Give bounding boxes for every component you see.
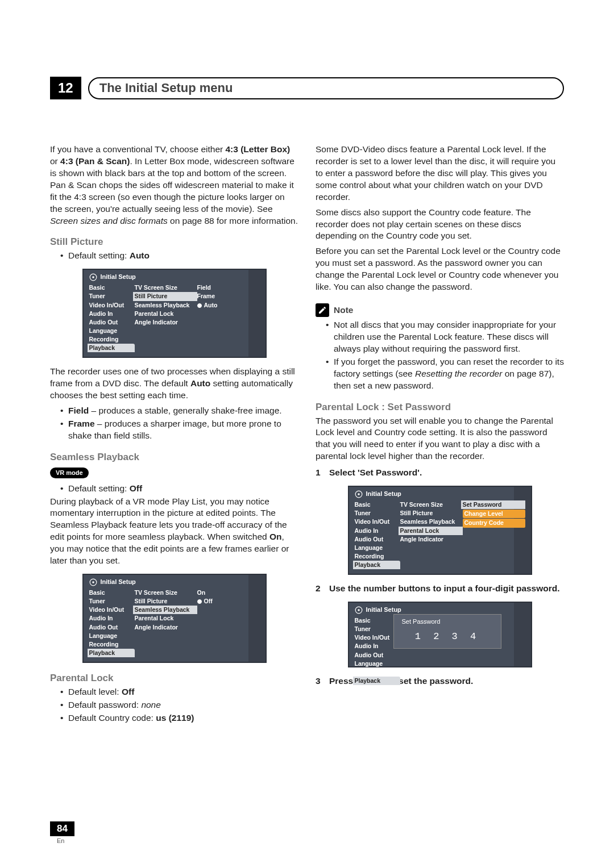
manual-page: 12 The Initial Setup menu If you have a … [0, 0, 614, 868]
chapter-number-badge: 12 [50, 77, 81, 99]
content-columns: If you have a conventional TV, choose ei… [50, 144, 564, 725]
step-2: 2 Use the number buttons to input a four… [316, 583, 564, 595]
still-desc: The recorder uses one of two processes w… [50, 366, 298, 402]
chapter-header: 12 The Initial Setup menu [50, 77, 564, 99]
vr-mode-badge: VR mode [50, 468, 89, 478]
osd-still-picture: Initial Setup Basic Tuner Video In/Out A… [82, 269, 267, 358]
note-heading: Note [316, 303, 564, 317]
seamless-heading: Seamless Playback [50, 451, 298, 464]
intro-paragraph: If you have a conventional TV, choose ei… [50, 144, 298, 227]
still-bullet-field: • Field – produces a stable, generally s… [50, 405, 298, 417]
svg-point-3 [92, 581, 94, 583]
seamless-default: • Default setting: Off [50, 483, 298, 495]
osd-seamless: Initial Setup Basic Tuner Video In/Out A… [82, 574, 267, 663]
seamless-desc: During playback of a VR mode Play List, … [50, 496, 298, 567]
svg-point-1 [92, 277, 94, 279]
step-1: 1 Select 'Set Password'. [316, 467, 564, 479]
left-column: If you have a conventional TV, choose ei… [50, 144, 298, 725]
osd-header: Initial Setup [84, 270, 265, 283]
svg-point-5 [358, 493, 360, 495]
page-number: 84 [50, 821, 74, 836]
page-footer: 84 En [50, 821, 74, 844]
parental-default-country: • Default Country code: us (2119) [50, 712, 298, 724]
chapter-title-wrap: The Initial Setup menu [88, 77, 564, 99]
right-column: Some DVD-Video discs feature a Parental … [316, 144, 564, 725]
parental-desc-1: Some DVD-Video discs feature a Parental … [316, 144, 564, 203]
osd-options: Field Frame Auto [197, 283, 260, 352]
svg-point-7 [358, 609, 360, 611]
still-default: • Default setting: Auto [50, 250, 298, 262]
disc-icon [89, 273, 97, 281]
chapter-title: The Initial Setup menu [99, 81, 233, 95]
parental-heading: Parental Lock [50, 672, 298, 685]
radio-icon [197, 598, 204, 604]
still-picture-heading: Still Picture [50, 236, 298, 249]
note-bullet-1: • Not all discs that you may consider in… [316, 319, 564, 355]
parental-desc-3: Before you can set the Parental Lock lev… [316, 245, 564, 293]
password-digits: 1 2 3 4 [402, 631, 493, 642]
osd-parental-lock: Initial Setup Basic Tuner Video In/Out A… [348, 486, 532, 575]
disc-icon [355, 490, 363, 498]
osd-sidebar: Basic Tuner Video In/Out Audio In Audio … [89, 283, 135, 352]
parental-desc-2: Some discs also support the Country code… [316, 207, 564, 243]
language-code: En [57, 837, 74, 844]
still-bullet-frame: • Frame – produces a sharper image, but … [50, 418, 298, 442]
pencil-icon [316, 303, 329, 317]
disc-icon [89, 578, 97, 586]
password-popup: Set Password 1 2 3 4 [393, 614, 501, 649]
osd-settings: TV Screen Size Still Picture Seamless Pl… [135, 283, 197, 352]
note-bullet-2: • If you forget the password, you can re… [316, 356, 564, 392]
osd-password-entry: Initial Setup Basic Tuner Video In/Out A… [348, 602, 532, 667]
parental-default-level: • Default level: Off [50, 686, 298, 698]
set-password-desc: The password you set will enable you to … [316, 415, 564, 463]
set-password-heading: Parental Lock : Set Password [316, 401, 564, 414]
disc-icon [355, 606, 363, 614]
radio-icon [197, 302, 204, 308]
parental-default-password: • Default password: none [50, 699, 298, 711]
